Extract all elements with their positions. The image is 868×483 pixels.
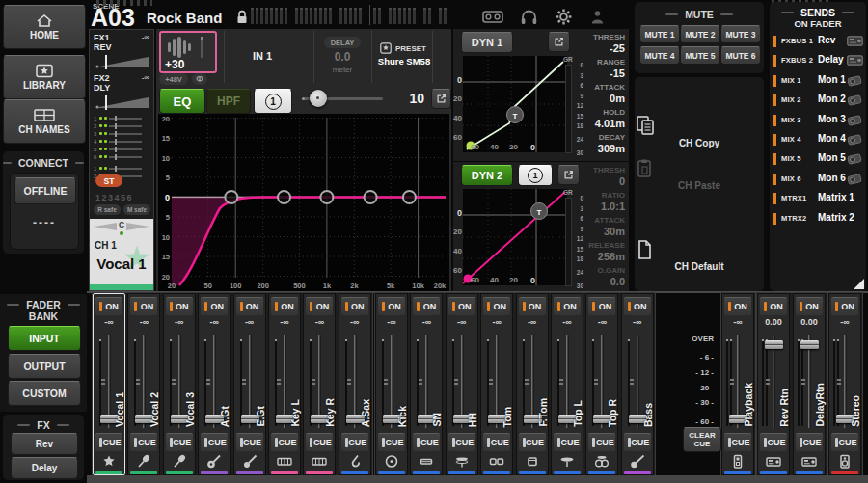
cue-button[interactable]: CUE — [724, 433, 751, 451]
channel-strip-ch16[interactable]: ON-∞BassCUECH16 — [621, 293, 654, 475]
channel-fader[interactable]: Vocal 2 — [128, 331, 159, 431]
channel-fader[interactable]: Vocal 3 — [164, 331, 195, 431]
mix-send-row-4[interactable]: 4 — [94, 138, 142, 145]
mute-group-button-4[interactable]: MUTE 4 — [639, 46, 680, 65]
eq-band-handle[interactable] — [403, 191, 416, 203]
mix-send-row-2[interactable]: 2 — [94, 122, 142, 129]
send-row-mix4[interactable]: MIX 4Mon 4 — [772, 131, 866, 148]
eq-slider-knob[interactable] — [310, 90, 327, 107]
fx-delay-button[interactable]: Delay — [11, 457, 78, 479]
home-button[interactable]: HOME — [3, 5, 86, 49]
channel-on-button[interactable]: ON — [130, 297, 157, 315]
channel-strip-ch1[interactable]: ON-∞Vocal 1CUECH 1 — [93, 293, 125, 475]
cue-button[interactable]: CUE — [413, 433, 440, 451]
cue-button[interactable]: CUE — [483, 433, 510, 451]
param-value[interactable]: -25 — [540, 42, 625, 54]
cue-button[interactable]: CUE — [130, 433, 157, 451]
mix-send-row-3[interactable]: 3 — [94, 130, 142, 137]
gain-box[interactable]: +30 — [159, 31, 217, 73]
pan-value[interactable]: C — [90, 220, 153, 229]
dyn2-button[interactable]: DYN 2 — [461, 165, 513, 186]
channel-on-button[interactable]: ON — [624, 297, 651, 315]
send-row-mtrx1[interactable]: MTRX1Matrix 1 — [772, 190, 866, 207]
channel-fader[interactable]: Rev Rtn — [758, 331, 789, 431]
channel-on-button[interactable]: ON — [796, 297, 823, 315]
send-row-mix2[interactable]: MIX 2Mon 2 — [772, 92, 866, 109]
cue-button[interactable]: CUE — [236, 433, 263, 451]
channel-on-button[interactable]: ON — [724, 297, 751, 315]
channel-strip-ch6[interactable]: ON-∞Key LCUECH 6 — [268, 293, 301, 475]
channel-fader[interactable]: A.Gt — [199, 331, 230, 431]
cue-button[interactable]: CUE — [624, 433, 651, 451]
cue-button[interactable]: CUE — [448, 433, 475, 451]
cue-button[interactable]: CUE — [588, 433, 615, 451]
mute-group-button-6[interactable]: MUTE 6 — [720, 46, 761, 65]
panel-resize-corner[interactable] — [854, 279, 864, 289]
send-row-mix5[interactable]: MIX 5Mon 5 — [772, 150, 866, 168]
headphones-icon[interactable] — [520, 8, 538, 25]
mix-send-row-5[interactable]: 5 — [94, 146, 142, 152]
eq-band-handle[interactable] — [365, 191, 377, 203]
channel-strip-ch4[interactable]: ON-∞A.GtCUECH 4 — [198, 293, 231, 475]
channel-strip-ch11[interactable]: ON-∞HHCUECH11 — [446, 293, 478, 475]
cue-button[interactable]: CUE — [760, 433, 787, 451]
channel-on-button[interactable]: ON — [236, 297, 263, 315]
channel-on-button[interactable]: ON — [831, 297, 858, 315]
fader-bank-custom-button[interactable]: CUSTOM — [8, 381, 81, 406]
channel-strip-ch12[interactable]: ON-∞TomCUECH12 — [480, 293, 513, 475]
channel-on-button[interactable]: ON — [95, 297, 122, 315]
channel-fader[interactable]: Kick — [376, 331, 407, 431]
settings-gear-icon[interactable] — [555, 8, 573, 26]
mix-send-row-6[interactable]: 6 — [94, 153, 142, 160]
channel-fader[interactable]: Playback — [722, 331, 753, 431]
channel-on-button[interactable]: ON — [588, 297, 615, 315]
eq-band-handle[interactable] — [278, 191, 290, 203]
channel-on-button[interactable]: ON — [519, 297, 546, 315]
user-icon[interactable] — [589, 9, 606, 25]
offline-button[interactable]: OFFLINE — [14, 177, 76, 204]
library-button[interactable]: LIBRARY — [3, 55, 86, 99]
delay-badge[interactable]: DELAY — [324, 37, 361, 48]
channel-fader[interactable]: Top R — [586, 331, 617, 431]
channel-on-button[interactable]: ON — [448, 297, 475, 315]
mute-group-button-5[interactable]: MUTE 5 — [680, 46, 720, 65]
channel-fader[interactable]: DelayRtn — [794, 331, 825, 431]
channel-on-button[interactable]: ON — [378, 297, 405, 315]
phase-button[interactable]: Φ — [192, 73, 207, 85]
mtrx-send-row-1[interactable]: 1 — [94, 165, 142, 172]
scene-id[interactable]: A03 — [91, 4, 135, 32]
channel-strip-st[interactable]: ON-∞StereoCUEST — [828, 293, 861, 475]
ch-default-button[interactable]: CH Default — [635, 239, 764, 272]
channel-fader[interactable]: Top L — [552, 331, 583, 431]
channel-strip-ch10[interactable]: ON-∞SNCUECH10 — [410, 293, 443, 475]
param-value[interactable]: 0 — [540, 175, 625, 187]
mix-send-row-1[interactable]: 1 — [94, 115, 142, 121]
ch-copy-button[interactable]: CH Copy — [635, 114, 764, 148]
mute-group-button-2[interactable]: MUTE 2 — [680, 25, 720, 43]
channel-fader[interactable]: HH — [447, 331, 477, 431]
selected-channel-card[interactable]: C ★ CH 1 Vocal 1 — [90, 219, 153, 290]
channel-strip-ch15[interactable]: ON-∞Top RCUECH15 — [585, 293, 618, 475]
cue-button[interactable]: CUE — [519, 433, 546, 451]
param-value[interactable]: 30m — [540, 226, 625, 237]
cue-button[interactable]: CUE — [95, 433, 122, 451]
fx2-send-slider[interactable] — [94, 95, 149, 110]
channel-on-button[interactable]: ON — [413, 297, 440, 315]
eq-band-handle[interactable] — [320, 191, 333, 203]
channel-fader[interactable]: Bass — [622, 331, 653, 431]
channel-on-button[interactable]: ON — [760, 297, 787, 315]
param-value[interactable]: 0m — [540, 93, 625, 104]
channel-strip-fxrtn2[interactable]: ON0.00DelayRtnCUEFXRTN2 — [793, 293, 826, 475]
cue-button[interactable]: CUE — [166, 433, 193, 451]
st-assign-badge[interactable]: ST — [95, 174, 122, 187]
channel-fader[interactable]: Key L — [269, 331, 300, 431]
channel-strip-stin[interactable]: ON-∞PlaybackCUESTIN — [721, 293, 754, 475]
fx1-send-slider[interactable] — [94, 55, 149, 69]
param-value[interactable]: 1.0:1 — [540, 201, 625, 212]
channel-on-button[interactable]: ON — [483, 297, 510, 315]
channel-fader[interactable]: Key R — [304, 331, 335, 431]
preset-header[interactable]: PRESET — [380, 42, 430, 54]
ch-paste-button[interactable]: CH Paste — [635, 158, 764, 191]
fader-cap[interactable] — [800, 340, 819, 349]
eq-band-select-button[interactable]: 1 — [254, 89, 292, 114]
